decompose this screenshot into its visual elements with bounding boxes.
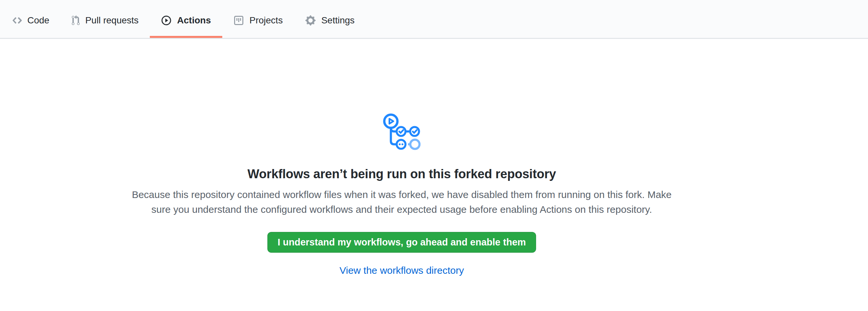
view-workflows-directory-link[interactable]: View the workflows directory: [340, 265, 464, 276]
tab-actions[interactable]: Actions: [150, 0, 222, 38]
play-icon: [161, 15, 172, 26]
tab-label: Settings: [321, 15, 354, 26]
tab-projects[interactable]: Projects: [222, 0, 294, 38]
button-row: I understand my workflows, go ahead and …: [122, 217, 682, 253]
tab-label: Projects: [250, 15, 283, 26]
tab-pull-requests[interactable]: Pull requests: [61, 0, 150, 38]
blankslate-heading: Workflows aren’t being run on this forke…: [122, 165, 682, 183]
project-icon: [234, 15, 244, 26]
tab-label: Actions: [177, 15, 211, 26]
code-icon: [12, 15, 22, 26]
workflow-graph-icon: [383, 113, 421, 151]
blankslate-description: Because this repository contained workfl…: [122, 187, 682, 217]
tab-label: Code: [27, 15, 50, 26]
git-pull-request-icon: [72, 15, 80, 26]
repo-nav: Code Pull requests Actions Projects: [0, 0, 868, 39]
actions-disabled-blankslate: Workflows aren’t being run on this forke…: [0, 39, 868, 276]
tab-settings[interactable]: Settings: [294, 0, 366, 38]
tab-code[interactable]: Code: [1, 0, 61, 38]
enable-workflows-button[interactable]: I understand my workflows, go ahead and …: [268, 232, 536, 253]
tab-label: Pull requests: [85, 15, 138, 26]
link-row: View the workflows directory: [122, 265, 682, 276]
gear-icon: [305, 15, 316, 26]
